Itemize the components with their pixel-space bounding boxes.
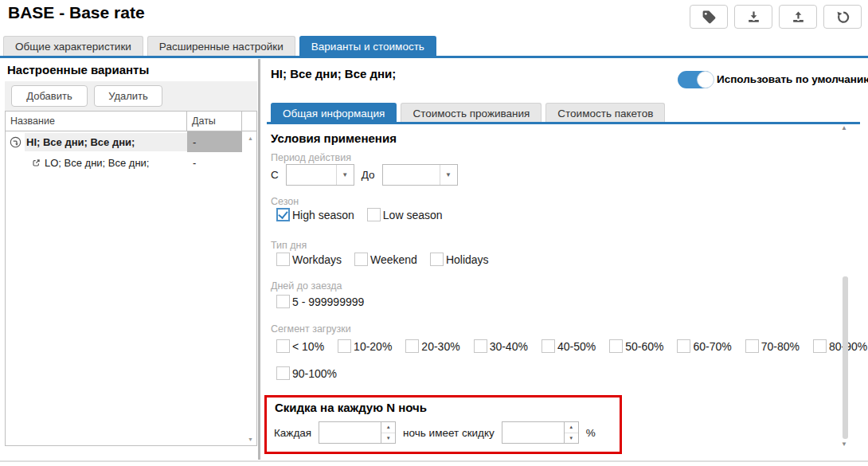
variant-name: HI; Все дни; Все дни; [25, 133, 187, 151]
period-to-value [383, 165, 440, 185]
sidebar-toolbar: Добавить Удалить [5, 81, 257, 111]
checkbox-box [276, 208, 290, 221]
period-to-select[interactable]: ▼ [382, 164, 458, 186]
spinner-down-icon[interactable]: ▼ [565, 433, 578, 444]
checkbox-segment-lt10[interactable]: < 10% [276, 339, 324, 353]
period-from-select[interactable]: ▼ [286, 164, 354, 186]
panel-splitter[interactable] [258, 59, 260, 460]
every-n-night-input[interactable]: ▲ ▼ [319, 421, 396, 444]
period-to-label: До [362, 169, 375, 181]
column-header-scroll [242, 112, 256, 131]
column-header-name[interactable]: Название [6, 112, 187, 131]
load-segment-options-row2: 90-100% [276, 366, 337, 380]
cell-name: HI; Все дни; Все дни; [6, 131, 187, 152]
linked-variant-icon [31, 158, 41, 168]
load-segment-label: Сегмент загрузки [271, 323, 351, 335]
checkbox-segment-10-20[interactable]: 10-20% [338, 339, 392, 353]
tab-general-characteristics[interactable]: Общие характеристики [3, 36, 143, 56]
checkbox-low-season[interactable]: Low season [367, 208, 443, 221]
sidebar-title: Настроенные варианты [7, 63, 149, 76]
detail-tab-underline [267, 122, 860, 124]
spinner-buttons: ▲ ▼ [564, 422, 578, 443]
chevron-down-icon[interactable]: ▼ [336, 165, 354, 185]
checkbox-workdays[interactable]: Workdays [276, 253, 342, 266]
checkbox-box [813, 339, 827, 353]
checkbox-box [677, 339, 690, 353]
checkbox-segment-40-50[interactable]: 40-50% [542, 339, 596, 353]
spinner-down-icon[interactable]: ▼ [381, 433, 395, 444]
period-row: С ▼ До ▼ [271, 164, 458, 186]
detail-tab-bar: Общая информация Стоимость проживания Ст… [271, 103, 665, 123]
checkbox-segment-50-60[interactable]: 50-60% [609, 339, 663, 353]
checkbox-box [276, 253, 290, 266]
checkbox-segment-60-70[interactable]: 60-70% [677, 339, 731, 353]
add-variant-button[interactable]: Добавить [11, 85, 88, 107]
checkbox-days-range[interactable]: 5 - 999999999 [276, 295, 364, 308]
column-header-dates[interactable]: Даты [187, 112, 242, 131]
checkbox-segment-80-90[interactable]: 80-90% [813, 339, 867, 353]
page-title: BASE - Base rate [8, 3, 145, 22]
checkbox-high-season[interactable]: High season [276, 208, 354, 221]
chevron-down-icon[interactable]: ▼ [440, 165, 457, 185]
tab-variants-and-cost[interactable]: Варианты и стоимость [299, 36, 436, 56]
spinner-up-icon[interactable]: ▲ [565, 422, 578, 433]
spinner-buttons: ▲ ▼ [381, 422, 395, 443]
discount-every-label: Каждая [274, 427, 311, 439]
discount-heading: Скидка на каждую N ночь [275, 401, 427, 414]
history-icon [835, 10, 850, 25]
every-n-night-field[interactable] [319, 422, 381, 443]
delete-variant-button[interactable]: Удалить [94, 85, 162, 107]
download-icon [746, 10, 761, 25]
checkbox-box [276, 366, 290, 380]
checkbox-segment-70-80[interactable]: 70-80% [745, 339, 800, 353]
tag-button[interactable] [690, 5, 728, 29]
upload-button[interactable] [779, 5, 817, 29]
cell-name: LO; Все дни; Все дни; [6, 152, 187, 173]
table-row-hi-variant[interactable]: HI; Все дни; Все дни; - [6, 131, 256, 152]
use-by-default-toggle[interactable] [678, 71, 714, 88]
toggle-knob [697, 71, 714, 88]
discount-percent-field[interactable] [502, 422, 564, 443]
main-tab-underline [0, 56, 868, 58]
season-options: High season Low season [276, 208, 443, 221]
table-row-lo-variant[interactable]: LO; Все дни; Все дни; - [6, 152, 256, 173]
checkbox-weekend[interactable]: Weekend [354, 253, 417, 266]
checkbox-box [542, 339, 555, 353]
spinner-up-icon[interactable]: ▲ [381, 422, 395, 433]
main-tab-bar: Общие характеристики Расширенные настрой… [3, 36, 436, 56]
tab-package-cost[interactable]: Стоимость пакетов [545, 103, 665, 123]
scrollbar-thumb[interactable] [843, 276, 848, 439]
variants-table: Название Даты HI; Все дни; Все дни; - LO… [5, 111, 257, 446]
checkbox-segment-90-100[interactable]: 90-100% [276, 366, 337, 380]
scrollbar-down-icon[interactable]: ▼ [841, 441, 847, 448]
checkbox-holidays[interactable]: Holidays [430, 253, 489, 266]
header-actions [690, 5, 862, 29]
tab-advanced-settings[interactable]: Расширенные настройки [147, 36, 295, 56]
checkbox-box [405, 339, 419, 353]
checkbox-segment-20-30[interactable]: 20-30% [405, 339, 459, 353]
tab-general-info[interactable]: Общая информация [271, 103, 397, 123]
conditions-heading: Условия применения [271, 131, 397, 145]
checkbox-segment-30-40[interactable]: 30-40% [474, 339, 528, 353]
download-button[interactable] [734, 5, 772, 29]
season-label: Сезон [271, 196, 299, 207]
percent-sign-label: % [586, 427, 596, 439]
discount-percent-input[interactable]: ▲ ▼ [502, 421, 579, 444]
scrollbar-up-icon[interactable]: ▲ [841, 124, 847, 131]
cell-dates: - [187, 131, 242, 152]
day-type-label: Тип дня [271, 240, 307, 251]
variant-detail-title: HI; Все дни; Все дни; [271, 67, 396, 80]
discount-highlight-box: Скидка на каждую N ночь Каждая ▲ ▼ ночь … [264, 395, 622, 454]
tag-icon [702, 10, 717, 25]
days-before-checkin-label: Дней до заезда [271, 280, 342, 292]
table-scroll-up-icon[interactable]: ▲ [248, 135, 253, 141]
collapse-arrow-icon[interactable] [10, 136, 22, 148]
tab-accommodation-cost[interactable]: Стоимость проживания [401, 103, 542, 123]
load-segment-options-row1: < 10% 10-20% 20-30% 30-40% 40-50% 50-60%… [276, 339, 867, 353]
variants-table-header: Название Даты [6, 112, 256, 131]
table-scroll-down-icon[interactable]: ▼ [248, 437, 253, 442]
checkbox-box [474, 339, 487, 353]
day-type-options: Workdays Weekend Holidays [276, 253, 489, 266]
discount-middle-label: ночь имеет скидку [403, 427, 495, 439]
history-button[interactable] [823, 5, 862, 29]
